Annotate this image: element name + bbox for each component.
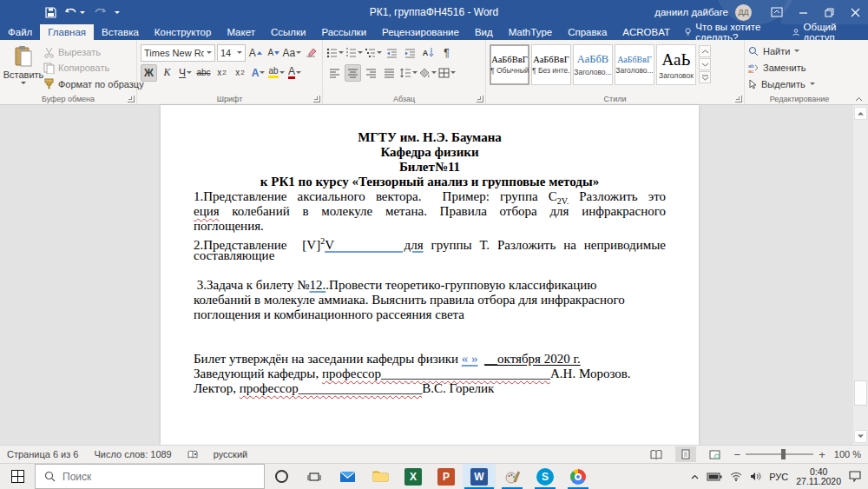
paint-taskbar-icon[interactable] <box>496 464 529 489</box>
vertical-scrollbar[interactable] <box>853 105 868 445</box>
justify-button[interactable] <box>381 64 398 82</box>
tab-help[interactable]: Справка <box>560 24 615 40</box>
line-spacing-button[interactable] <box>399 64 418 82</box>
font-dialog-launcher[interactable] <box>313 96 320 102</box>
bullets-button[interactable] <box>326 44 344 62</box>
style-card-heading2[interactable]: АаБбВвГ Заголово... <box>615 44 654 85</box>
tab-mathtype[interactable]: MathType <box>501 24 561 40</box>
read-mode-button[interactable] <box>646 446 667 462</box>
tab-references[interactable]: Ссылки <box>263 24 314 40</box>
cut-button[interactable]: Вырезать <box>43 44 144 60</box>
styles-dialog-launcher[interactable] <box>735 96 742 102</box>
tell-me-box[interactable]: Что вы хотите сделать? <box>678 24 792 40</box>
paste-dropdown-caret[interactable] <box>21 82 26 84</box>
clipboard-dialog-launcher[interactable] <box>128 96 135 102</box>
replace-button[interactable]: abac Заменить <box>748 59 851 76</box>
change-case-button[interactable]: Аа <box>284 44 300 62</box>
style-card-title[interactable]: АаЬ Заголовок <box>656 44 696 85</box>
text-effects-button[interactable]: А <box>250 64 266 82</box>
style-card-normal[interactable]: АаБбВвГ ¶ Обычный <box>490 44 529 85</box>
font-name-combo[interactable]: Times New Ro <box>141 44 215 62</box>
hidden-icons-chevron[interactable] <box>691 474 699 479</box>
file-explorer-taskbar-icon[interactable] <box>364 464 397 489</box>
ribbon-display-options-icon[interactable] <box>764 0 790 24</box>
styles-scroll-down[interactable] <box>699 58 711 70</box>
strikethrough-button[interactable]: abc <box>195 64 212 82</box>
styles-gallery-more[interactable] <box>699 71 711 83</box>
proofing-status[interactable] <box>187 450 198 459</box>
zoom-out-icon[interactable]: − <box>734 449 741 460</box>
increase-indent-button[interactable] <box>402 44 418 62</box>
tray-language[interactable]: РУС <box>769 472 788 482</box>
tab-insert[interactable]: Вставка <box>94 24 147 40</box>
task-view-icon[interactable] <box>298 464 331 489</box>
word-taskbar-icon[interactable]: W <box>463 464 496 489</box>
numbering-button[interactable] <box>345 44 363 62</box>
search-input[interactable] <box>62 471 236 483</box>
font-size-combo[interactable]: 14 <box>217 44 246 62</box>
show-marks-button[interactable]: ¶ <box>438 44 455 62</box>
print-layout-button[interactable] <box>675 446 696 462</box>
restore-button[interactable] <box>816 0 842 24</box>
styles-scroll-up[interactable] <box>699 45 711 57</box>
style-card-no-spacing[interactable]: АаБбВвГ ¶ Без инте... <box>531 44 571 85</box>
close-button[interactable] <box>842 0 868 24</box>
zoom-in-icon[interactable]: + <box>819 449 825 460</box>
zoom-slider[interactable]: − + <box>734 449 825 460</box>
scroll-up-button[interactable] <box>854 107 867 120</box>
tab-layout[interactable]: Макет <box>219 24 263 40</box>
web-layout-button[interactable] <box>705 446 726 462</box>
undo-button[interactable] <box>65 7 85 17</box>
collapse-ribbon-chevron[interactable] <box>855 96 863 102</box>
paste-button[interactable]: Вставить <box>3 43 43 92</box>
shrink-font-button[interactable]: А <box>266 44 282 62</box>
tab-design[interactable]: Конструктор <box>147 24 220 40</box>
decrease-indent-button[interactable] <box>384 44 400 62</box>
subscript-button[interactable]: х2 <box>214 64 230 82</box>
font-color-button[interactable]: А <box>286 64 303 82</box>
speaker-icon[interactable] <box>750 472 761 481</box>
grow-font-button[interactable]: А <box>247 44 264 62</box>
battery-icon[interactable] <box>707 472 722 481</box>
share-button[interactable]: Общий доступ <box>792 24 868 40</box>
tray-clock[interactable]: 0:40 27.11.2020 <box>796 467 841 486</box>
tab-acrobat[interactable]: ACROBAT <box>615 24 678 40</box>
save-icon[interactable] <box>45 7 56 18</box>
clear-formatting-button[interactable] <box>302 44 319 62</box>
align-right-button[interactable] <box>363 64 379 82</box>
redo-button[interactable] <box>94 7 106 17</box>
avatar[interactable]: ДД <box>735 4 752 21</box>
borders-button[interactable] <box>438 64 456 82</box>
tab-file[interactable]: Файл <box>0 24 40 40</box>
cortana-taskbar-icon[interactable] <box>265 464 298 489</box>
mail-taskbar-icon[interactable] <box>331 464 364 489</box>
copy-button[interactable]: Копировать <box>43 60 144 76</box>
start-button[interactable] <box>0 464 35 489</box>
tab-view[interactable]: Вид <box>467 24 501 40</box>
minimize-button[interactable] <box>790 0 816 24</box>
taskbar-search[interactable] <box>35 464 265 489</box>
select-button[interactable]: Выделить <box>748 76 851 92</box>
customize-qat-caret[interactable] <box>115 11 120 14</box>
tab-review[interactable]: Рецензирование <box>374 24 467 40</box>
shading-button[interactable] <box>419 64 437 82</box>
zoom-slider-thumb[interactable] <box>781 449 786 459</box>
skype-taskbar-icon[interactable]: S <box>529 464 562 489</box>
excel-taskbar-icon[interactable]: X <box>397 464 430 489</box>
highlight-button[interactable]: ab <box>268 64 285 82</box>
style-card-heading1[interactable]: АаБбВ Заголово... <box>573 44 613 85</box>
paragraph-dialog-launcher[interactable] <box>477 96 483 102</box>
document-page[interactable]: МГТУ им. Н.Э. Баумана Кафедра физики Бил… <box>161 105 699 445</box>
multilevel-list-button[interactable] <box>365 44 382 62</box>
align-left-button[interactable] <box>326 64 343 82</box>
italic-button[interactable]: К <box>159 64 175 82</box>
find-button[interactable]: Найти <box>748 43 851 59</box>
powerpoint-taskbar-icon[interactable]: P <box>430 464 463 489</box>
language-indicator[interactable]: русский <box>214 449 247 459</box>
scroll-down-button[interactable] <box>854 430 867 443</box>
action-center-icon[interactable] <box>849 471 861 482</box>
zoom-level[interactable]: 100 % <box>834 449 861 459</box>
bold-button[interactable]: Ж <box>141 64 157 82</box>
underline-button[interactable]: Ч <box>177 64 194 82</box>
tab-mailings[interactable]: Рассылки <box>313 24 374 40</box>
